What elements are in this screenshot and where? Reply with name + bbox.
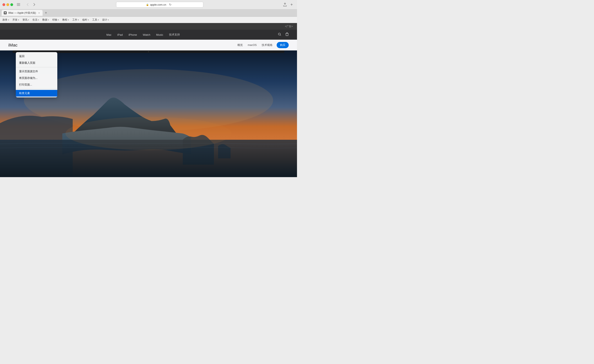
traffic-lights [2, 3, 13, 6]
bookmark-label: 生活 [32, 18, 37, 22]
bookmark-item-sheji[interactable]: 设计 ▾ [102, 18, 109, 22]
bookmark-label: 资讯 [22, 18, 27, 22]
share-button[interactable] [282, 2, 288, 7]
context-menu: 返回 重新载入页面 显示页面源文件 将页面存储为... 打印页面... 检查元素 [16, 52, 57, 97]
svg-rect-2 [17, 5, 20, 6]
product-title: iMac [8, 43, 17, 47]
chevron-down-icon: ▾ [38, 19, 39, 21]
bookmark-item-kaifa[interactable]: 开发 ▾ [13, 18, 19, 22]
context-menu-reload[interactable]: 重新载入页面 [16, 60, 57, 66]
nav-item-ipad[interactable]: iPad [117, 33, 123, 36]
nav-icons [278, 32, 289, 37]
bookmark-label: 工作 [72, 18, 77, 22]
close-button[interactable] [2, 3, 5, 6]
svg-rect-1 [17, 4, 20, 5]
address-bar-container: 🔒 apple.com.cn ↻ [39, 2, 280, 7]
chevron-down-icon: ▾ [48, 19, 49, 21]
bookmarks-bar: 政务 ▾ 开发 ▾ 资讯 ▾ 生活 ▾ 数据 ▾ 经验 ▾ 教程 ▾ 工作 ▾ … [0, 17, 297, 23]
lock-icon: 🔒 [146, 3, 149, 6]
nav-item-iphone[interactable]: iPhone [128, 33, 137, 36]
bookmark-label: 临时 [82, 18, 87, 22]
ad-bar: <广告> [0, 23, 297, 30]
minimize-button[interactable] [7, 3, 9, 6]
tab-favicon [4, 11, 7, 14]
tab-close-button[interactable]: ✕ [38, 11, 40, 14]
svg-point-7 [65, 117, 232, 150]
back-button[interactable] [25, 2, 31, 7]
context-menu-divider-2 [16, 89, 57, 89]
main-content: 返回 重新载入页面 显示页面源文件 将页面存储为... 打印页面... 检查元素 [0, 50, 297, 177]
bookmark-item-gongju[interactable]: 工具 ▾ [92, 18, 99, 22]
apple-nav-items: Mac iPad iPhone Watch Music 技术支持 [8, 33, 278, 37]
context-menu-save-page[interactable]: 将页面存储为... [16, 75, 57, 81]
bookmark-item-zhengwu[interactable]: 政务 ▾ [2, 18, 9, 22]
browser-actions: + [282, 2, 295, 7]
chevron-down-icon: ▾ [68, 19, 69, 21]
bag-icon-button[interactable] [285, 32, 289, 37]
bookmark-label: 工具 [92, 18, 97, 22]
subnav-macos[interactable]: macOS [248, 43, 257, 47]
new-tab-button[interactable]: + [43, 10, 48, 15]
context-menu-back[interactable]: 返回 [16, 53, 57, 60]
chevron-down-icon: ▾ [18, 19, 19, 21]
svg-point-9 [148, 51, 149, 52]
subnav-overview[interactable]: 概览 [237, 43, 243, 47]
bookmark-label: 经验 [52, 18, 57, 22]
chevron-down-icon: ▾ [78, 19, 79, 21]
chevron-down-icon: ▾ [8, 19, 9, 21]
bookmark-label: 开发 [13, 18, 17, 22]
context-menu-print[interactable]: 打印页面... [16, 81, 57, 88]
browser-tab-active[interactable]: iMac — Apple (中国大陆) ✕ [2, 10, 43, 16]
maximize-button[interactable] [10, 3, 13, 6]
nav-buttons [25, 2, 37, 7]
chevron-down-icon: ▾ [98, 19, 99, 21]
address-bar[interactable]: 🔒 apple.com.cn ↻ [116, 2, 203, 7]
context-menu-view-source[interactable]: 显示页面源文件 [16, 68, 57, 75]
bookmark-label: 数据 [42, 18, 47, 22]
forward-button[interactable] [31, 2, 37, 7]
bookmark-label: 政务 [2, 18, 7, 22]
bookmark-label: 设计 [102, 18, 107, 22]
search-icon-button[interactable] [278, 33, 281, 37]
nav-item-music[interactable]: Music [156, 33, 163, 36]
context-menu-divider-1 [16, 67, 57, 67]
bookmark-item-linshi[interactable]: 临时 ▾ [82, 18, 89, 22]
bookmark-item-gongzuo[interactable]: 工作 ▾ [72, 18, 79, 22]
tab-bar: iMac — Apple (中国大陆) ✕ + [0, 9, 297, 17]
chevron-down-icon: ▾ [58, 19, 59, 21]
apple-global-nav: Mac iPad iPhone Watch Music 技术支持 [0, 30, 297, 40]
product-subnav: iMac 概览 macOS 技术规格 购买 [0, 40, 297, 50]
buy-button[interactable]: 购买 [277, 42, 289, 48]
bookmark-item-zixun[interactable]: 资讯 ▾ [22, 18, 29, 22]
context-menu-inspect[interactable]: 检查元素 [16, 90, 57, 97]
nav-item-watch[interactable]: Watch [143, 33, 150, 36]
chevron-down-icon: ▾ [88, 19, 89, 21]
chevron-down-icon: ▾ [108, 19, 109, 21]
add-tab-button[interactable]: + [289, 2, 295, 7]
nav-item-mac[interactable]: Mac [106, 33, 112, 36]
bookmark-label: 教程 [62, 18, 67, 22]
address-text: apple.com.cn [150, 3, 166, 6]
tab-title: iMac — Apple (中国大陆) [8, 11, 36, 15]
sidebar-toggle-button[interactable] [16, 2, 21, 7]
nav-item-support[interactable]: 技术支持 [169, 33, 180, 37]
svg-rect-0 [17, 3, 20, 4]
bookmark-item-jingyan[interactable]: 经验 ▾ [52, 18, 59, 22]
bookmark-item-shuju[interactable]: 数据 ▾ [42, 18, 49, 22]
reload-button[interactable]: ↻ [167, 2, 173, 7]
subnav-links: 概览 macOS 技术规格 [237, 43, 272, 47]
bookmark-item-shenghuo[interactable]: 生活 ▾ [32, 18, 39, 22]
chevron-down-icon: ▾ [28, 19, 29, 21]
ad-text: <广告> [285, 25, 293, 28]
apple-website: <广告> Mac iPad iPhone Watch Music 技术支持 [0, 23, 297, 177]
title-bar: 🔒 apple.com.cn ↻ + [0, 0, 297, 9]
browser-chrome: 🔒 apple.com.cn ↻ + iMac — Apple (中国大陆) [0, 0, 297, 17]
subnav-specs[interactable]: 技术规格 [262, 43, 272, 47]
bookmark-item-jiaocheng[interactable]: 教程 ▾ [62, 18, 69, 22]
